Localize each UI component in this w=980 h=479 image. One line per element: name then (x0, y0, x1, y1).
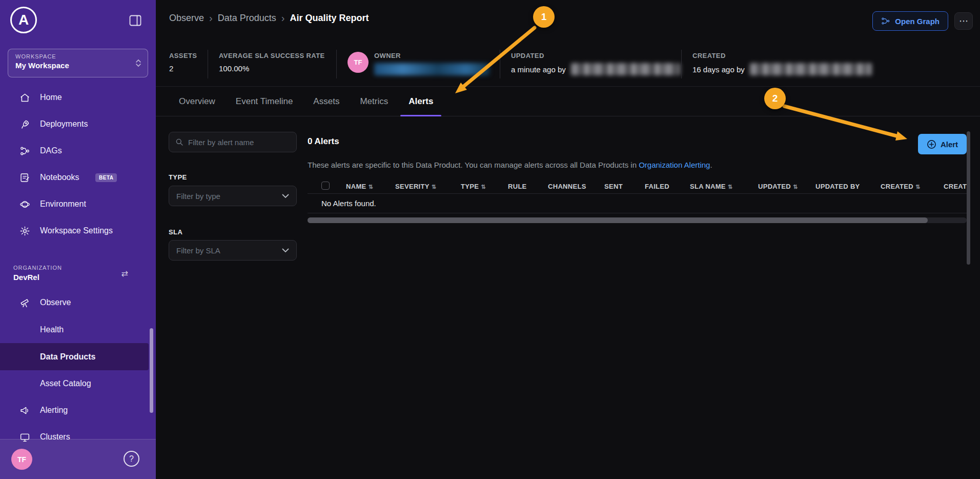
more-options-button[interactable]: ⋯ (954, 12, 973, 30)
owner-avatar: TF (348, 52, 369, 73)
sort-icon: ⇅ (793, 184, 798, 190)
tab-assets[interactable]: Assets (313, 87, 339, 116)
sidebar-item-label: Home (40, 93, 62, 102)
sidebar-item-notebooks[interactable]: Notebooks BETA (0, 164, 149, 191)
sidebar-item-alerting[interactable]: Alerting (0, 397, 149, 424)
stat-value: a minute ago by (511, 65, 566, 74)
main-content: Observe › Data Products › Air Quality Re… (156, 0, 980, 479)
sla-filter-placeholder: Filter by SLA (176, 246, 220, 255)
tab-overview[interactable]: Overview (179, 87, 215, 116)
sla-filter-select[interactable]: Filter by SLA (169, 240, 297, 261)
breadcrumb: Observe › Data Products › Air Quality Re… (169, 12, 369, 24)
sidebar-item-health[interactable]: Health (0, 316, 149, 343)
sidebar-item-data-products[interactable]: Data Products (0, 343, 149, 370)
open-graph-button[interactable]: Open Graph (872, 11, 948, 31)
col-name[interactable]: NAME⇅ (346, 183, 395, 190)
organization-selector[interactable]: ORGANIZATION DevRel ⇄ (13, 265, 142, 282)
sidebar-item-home[interactable]: Home (0, 84, 149, 111)
sidebar-item-workspace-settings[interactable]: Workspace Settings (0, 217, 149, 244)
sidebar-collapse-icon[interactable] (128, 13, 142, 28)
sidebar-item-label: Environment (40, 199, 86, 209)
divider (500, 50, 500, 78)
stat-label: CREATED (692, 52, 872, 59)
sidebar-scrollbar[interactable] (150, 328, 153, 413)
organization-alerting-link[interactable]: Organization Alerting (639, 161, 710, 169)
megaphone-icon (18, 404, 31, 416)
sidebar-item-asset-catalog[interactable]: Asset Catalog (0, 370, 149, 397)
col-created-by[interactable]: CREATED BY (944, 183, 967, 190)
sla-filter-label: SLA (169, 228, 182, 236)
sort-icon: ⇅ (368, 184, 373, 190)
swap-organization-icon[interactable]: ⇄ (121, 269, 128, 278)
add-alert-button[interactable]: Alert (918, 134, 967, 154)
stat-owner: OWNER (374, 52, 401, 59)
divider (681, 50, 682, 78)
divider (336, 50, 337, 78)
stat-created: CREATED 16 days ago by (692, 52, 872, 75)
stat-value: 2 (169, 64, 197, 73)
col-updated[interactable]: UPDATED⇅ (758, 183, 815, 190)
tab-event-timeline[interactable]: Event Timeline (236, 87, 293, 116)
col-sla-name[interactable]: SLA NAME⇅ (690, 183, 758, 190)
sidebar-item-environment[interactable]: Environment (0, 191, 149, 217)
col-updated-by: UPDATED BY (815, 183, 881, 190)
redacted-created-by (750, 63, 872, 75)
help-icon[interactable]: ? (124, 451, 139, 467)
stat-label: ASSETS (169, 52, 197, 59)
alerts-table-header: NAME⇅ SEVERITY⇅ TYPE⇅ RULE CHANNELS SENT… (308, 179, 967, 194)
breadcrumb-observe[interactable]: Observe (169, 13, 204, 24)
sidebar-item-deployments[interactable]: Deployments (0, 111, 149, 137)
type-filter-select[interactable]: Filter by type (169, 186, 297, 206)
tab-bar: Overview Event Timeline Assets Metrics A… (156, 87, 980, 116)
sidebar-item-label: Health (40, 325, 64, 334)
col-severity[interactable]: SEVERITY⇅ (395, 183, 461, 190)
sort-icon: ⇅ (915, 184, 921, 190)
alert-search-input[interactable] (188, 138, 290, 147)
user-avatar[interactable]: TF (11, 449, 32, 470)
col-rule: RULE (508, 183, 548, 190)
breadcrumb-data-products[interactable]: Data Products (218, 13, 276, 24)
sidebar-item-observe[interactable]: Observe (0, 289, 149, 316)
alerts-count-title: 0 Alerts (308, 136, 339, 147)
alerts-empty-state: No Alerts found. (308, 194, 967, 213)
select-all-checkbox[interactable] (321, 182, 330, 190)
sidebar-item-label: Asset Catalog (40, 379, 91, 388)
stat-label: AVERAGE SLA SUCCESS RATE (219, 52, 325, 59)
horizontal-scrollbar[interactable] (308, 217, 967, 223)
plus-circle-icon (927, 139, 936, 149)
stat-assets: ASSETS 2 (169, 52, 197, 73)
sidebar-item-label: Notebooks (40, 173, 79, 182)
col-created[interactable]: CREATED⇅ (881, 183, 944, 190)
stat-value: 100.00% (219, 64, 325, 73)
sidebar-item-label: Observe (40, 298, 71, 307)
gear-icon (18, 225, 31, 237)
chevron-down-icon (282, 248, 289, 253)
sidebar-item-label: Workspace Settings (40, 226, 113, 235)
stats-bar: ASSETS 2 AVERAGE SLA SUCCESS RATE 100.00… (156, 49, 980, 81)
astro-logo[interactable]: A (10, 7, 37, 33)
sidebar-item-dags[interactable]: DAGs (0, 137, 149, 164)
stat-value: 16 days ago by (692, 65, 745, 74)
horizontal-scrollbar-thumb[interactable] (308, 217, 928, 223)
open-graph-label: Open Graph (895, 17, 940, 26)
col-failed: FAILED (645, 183, 690, 190)
vertical-scrollbar[interactable] (967, 131, 970, 265)
tab-metrics[interactable]: Metrics (360, 87, 388, 116)
chevron-updown-icon (135, 58, 141, 68)
col-type[interactable]: TYPE⇅ (461, 183, 508, 190)
sort-icon: ⇅ (481, 184, 486, 190)
sidebar-item-label: DAGs (40, 146, 62, 155)
logo-letter: A (18, 12, 29, 28)
sidebar-item-label: Alerting (40, 406, 68, 415)
alerts-description-period: . (710, 161, 712, 169)
workspace-selector[interactable]: WORKSPACE My Workspace (8, 49, 148, 77)
redacted-updated-by (571, 63, 680, 75)
annotation-step-2: 2 (764, 88, 786, 109)
chevron-right-icon: › (281, 12, 285, 24)
alert-filters-panel: TYPE Filter by type SLA Filter by SLA (169, 132, 297, 286)
chevron-down-icon (282, 194, 289, 198)
stat-label: OWNER (374, 52, 401, 59)
dag-icon (18, 145, 31, 157)
alert-search[interactable] (169, 132, 297, 152)
tab-alerts[interactable]: Alerts (409, 87, 433, 116)
